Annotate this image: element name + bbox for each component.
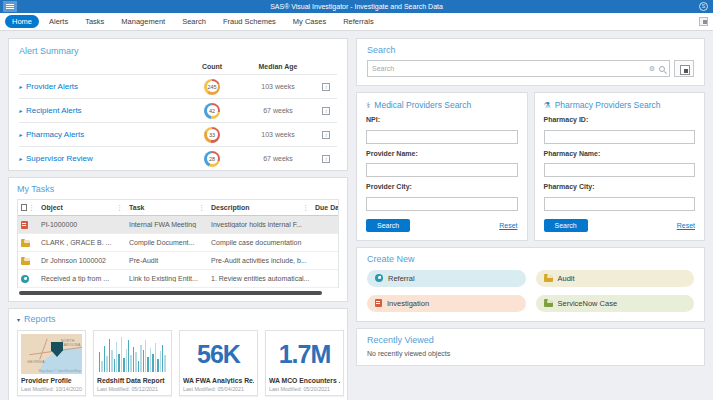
medical-search-button[interactable]: Search <box>366 219 410 232</box>
report-card-modified: Last Modified: 05/20/2021 <box>269 386 340 392</box>
reports-panel: ▾ Reports NORTH CAROLINA GEORGIA Map dat… <box>8 308 348 400</box>
pharmacy-reset-link[interactable]: Reset <box>677 222 695 229</box>
task-object[interactable]: CLARK , GRACE B. ... <box>38 239 126 246</box>
tab-my-cases[interactable]: My Cases <box>286 15 333 28</box>
nav-tab-bar: Home Alerts Tasks Management Search Frau… <box>0 13 713 31</box>
task-name[interactable]: Pre-Audit <box>126 257 208 264</box>
task-object[interactable]: PI-1000000 <box>38 221 126 228</box>
pharmacy-name-label: Pharmacy Name: <box>544 150 696 157</box>
object-column-header[interactable]: Object <box>41 204 63 211</box>
expand-caret-icon[interactable]: ▸ <box>19 155 22 162</box>
report-card-title[interactable]: WA FWA Analytics Re... <box>183 377 254 384</box>
expand-caret-icon[interactable]: ▸ <box>19 131 22 138</box>
reports-title[interactable]: Reports <box>24 314 56 324</box>
saved-searches-icon[interactable] <box>674 60 694 77</box>
report-card-title[interactable]: Provider Profile <box>21 377 82 384</box>
create-servicenow-case-button[interactable]: ServiceNow Case <box>536 295 695 312</box>
pharmacy-city-field[interactable] <box>544 197 696 211</box>
alert-count-donut: 42 <box>204 103 220 119</box>
median-age-column-header: Median Age <box>241 63 315 70</box>
provider-city-label: Provider City: <box>366 183 518 190</box>
tab-alerts[interactable]: Alerts <box>42 15 75 28</box>
npi-field[interactable] <box>366 130 518 144</box>
search-input[interactable] <box>372 65 649 72</box>
app-title: SAS® Visual Investigator - Investigate a… <box>0 0 713 13</box>
alert-row-label[interactable]: Pharmacy Alerts <box>26 130 84 139</box>
alert-row-pharmacy[interactable]: ▸Pharmacy Alerts 33 103 weeks i <box>19 122 337 146</box>
expand-caret-icon[interactable]: ▸ <box>19 107 22 114</box>
report-card-provider-profile[interactable]: NORTH CAROLINA GEORGIA Map data © OpenSt… <box>17 330 86 396</box>
alert-row-recipient[interactable]: ▸Recipient Alerts 42 67 weeks i <box>19 98 337 122</box>
kpi-value: 1.7M <box>269 334 340 374</box>
right-column: Search ⚙ ⚕ Medical Providers Search NPI: <box>356 38 705 400</box>
pharmacy-id-field[interactable] <box>544 130 696 144</box>
pharmacy-city-label: Pharmacy City: <box>544 183 696 190</box>
alert-median-age: 103 weeks <box>241 131 315 138</box>
task-column-header[interactable]: Task <box>129 204 144 211</box>
alert-row-provider[interactable]: ▸Provider Alerts 245 103 weeks i <box>19 74 337 98</box>
tab-tasks[interactable]: Tasks <box>78 15 111 28</box>
referral-icon <box>21 275 29 283</box>
create-investigation-button[interactable]: Investigation <box>367 295 526 312</box>
global-search-box[interactable]: ⚙ <box>367 60 670 77</box>
alert-row-label[interactable]: Provider Alerts <box>26 82 78 91</box>
alert-row-label[interactable]: Recipient Alerts <box>26 106 82 115</box>
task-row[interactable]: Received a tip from ... Link to Existing… <box>18 270 338 288</box>
report-card-title[interactable]: WA MCO Encounters ... <box>269 377 340 384</box>
tab-search[interactable]: Search <box>175 15 213 28</box>
task-name[interactable]: Internal FWA Meeting <box>126 221 208 228</box>
pharmacy-providers-search-panel: ⚗ Pharmacy Providers Search Pharmacy ID:… <box>534 92 706 241</box>
provider-city-field[interactable] <box>366 197 518 211</box>
report-card-wa-fwa[interactable]: 56K WA FWA Analytics Re... Last Modified… <box>179 330 258 396</box>
info-icon[interactable]: i <box>322 131 330 139</box>
task-row[interactable]: Dr Johnson 1000002 Pre-Audit Pre-Audit a… <box>18 252 338 270</box>
info-icon[interactable]: i <box>322 83 330 91</box>
description-column-header[interactable]: Description <box>211 204 250 211</box>
report-card-title[interactable]: Redshift Data Report <box>97 377 168 384</box>
alert-row-label[interactable]: Supervisor Review <box>26 154 93 163</box>
column-menu-icon[interactable]: ⋮ <box>198 204 205 212</box>
task-name[interactable]: Compile Document... <box>126 239 208 246</box>
pharmacy-search-title: Pharmacy Providers Search <box>555 100 661 110</box>
pharmacy-search-button[interactable]: Search <box>544 219 588 232</box>
task-row[interactable]: PI-1000000 Internal FWA Meeting Investig… <box>18 216 338 234</box>
due-date-column-header[interactable]: Due Date <box>315 204 338 211</box>
npi-label: NPI: <box>366 116 518 123</box>
report-cards: NORTH CAROLINA GEORGIA Map data © OpenSt… <box>17 330 339 396</box>
column-menu-icon[interactable]: ⋮ <box>28 204 35 212</box>
tab-referrals[interactable]: Referrals <box>336 15 380 28</box>
customize-page-icon[interactable] <box>699 17 708 26</box>
alert-row-supervisor[interactable]: ▸Supervisor Review 28 67 weeks i <box>19 146 337 170</box>
task-row[interactable]: CLARK , GRACE B. ... Compile Document...… <box>18 234 338 252</box>
recently-viewed-empty-text: No recently viewed objects <box>367 350 694 357</box>
task-name[interactable]: Link to Existing Entit... <box>126 275 208 282</box>
search-icon[interactable] <box>659 66 665 72</box>
create-audit-button[interactable]: Audit <box>536 270 695 287</box>
alert-count-donut: 33 <box>204 127 220 143</box>
map-thumbnail: NORTH CAROLINA GEORGIA Map data © OpenSt… <box>21 334 82 374</box>
provider-name-field[interactable] <box>366 163 518 177</box>
medical-reset-link[interactable]: Reset <box>499 222 517 229</box>
tab-management[interactable]: Management <box>114 15 172 28</box>
user-account-icon[interactable]: S <box>699 2 708 11</box>
create-referral-button[interactable]: Referral <box>367 270 526 287</box>
task-object[interactable]: Dr Johnson 1000002 <box>38 257 126 264</box>
pharmacy-name-field[interactable] <box>544 163 696 177</box>
column-menu-icon[interactable]: ⋮ <box>116 204 123 212</box>
search-settings-icon[interactable]: ⚙ <box>649 65 655 73</box>
tab-fraud-schemes[interactable]: Fraud Schemes <box>216 15 283 28</box>
task-object[interactable]: Received a tip from ... <box>38 275 126 282</box>
report-card-wa-mco[interactable]: 1.7M WA MCO Encounters ... Last Modified… <box>265 330 344 396</box>
horizontal-scrollbar[interactable] <box>19 291 322 295</box>
column-menu-icon[interactable]: ⋮ <box>302 204 309 212</box>
my-tasks-header-row: ⋮ Object⋮ Task⋮ Description⋮ Due Date⋮ <box>18 200 338 216</box>
info-icon[interactable]: i <box>322 107 330 115</box>
info-icon[interactable]: i <box>322 155 330 163</box>
tab-home[interactable]: Home <box>5 15 39 28</box>
expand-caret-icon[interactable]: ▸ <box>19 83 22 90</box>
investigation-icon <box>21 221 28 229</box>
collapse-caret-icon[interactable]: ▾ <box>17 316 20 323</box>
audit-folder-icon <box>21 259 30 265</box>
report-card-redshift[interactable]: Redshift Data Report Last Modified: 05/1… <box>93 330 172 396</box>
servicenow-case-icon <box>544 301 553 307</box>
